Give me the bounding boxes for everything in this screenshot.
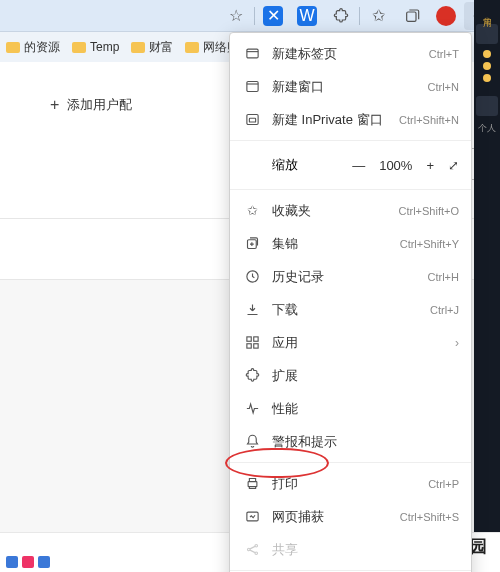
zoom-out-button[interactable]: —	[352, 158, 365, 173]
menu-new-window[interactable]: 新建窗口 Ctrl+N	[230, 70, 471, 103]
menu-print[interactable]: 打印 Ctrl+P	[230, 467, 471, 500]
menu-history[interactable]: 历史记录 Ctrl+H	[230, 260, 471, 293]
menu-apps[interactable]: 应用 ›	[230, 326, 471, 359]
svg-rect-4	[249, 118, 255, 122]
sidebar-dot	[483, 50, 491, 58]
tiny-icon	[22, 556, 34, 568]
menu-favorites[interactable]: ✩ 收藏夹 Ctrl+Shift+O	[230, 194, 471, 227]
bookmark-folder[interactable]: 的资源	[6, 39, 60, 56]
sidebar-dot	[483, 62, 491, 70]
menu-separator	[230, 189, 471, 190]
folder-icon	[185, 42, 199, 53]
right-sidebar-strip: 常用 个人	[474, 0, 500, 532]
history-icon	[242, 269, 262, 284]
folder-icon	[72, 42, 86, 53]
capture-icon	[242, 509, 262, 524]
zoom-label: 缩放	[242, 156, 352, 174]
sidebar-label: 常用	[481, 10, 494, 14]
tiny-icon	[38, 556, 50, 568]
sidebar-thumb[interactable]	[476, 24, 498, 44]
sidebar-personal-label: 个人	[474, 122, 500, 135]
sidebar-dot	[483, 74, 491, 82]
download-icon	[242, 302, 262, 317]
plus-icon: +	[50, 96, 59, 114]
bell-icon	[242, 434, 262, 449]
print-icon	[242, 476, 262, 491]
menu-alerts[interactable]: 警报和提示	[230, 425, 471, 458]
extensions-puzzle-icon[interactable]	[325, 2, 357, 30]
collections-icon[interactable]	[396, 2, 428, 30]
menu-extensions[interactable]: 扩展	[230, 359, 471, 392]
menu-separator	[230, 140, 471, 141]
zoom-in-button[interactable]: +	[426, 158, 434, 173]
menu-separator	[230, 570, 471, 571]
taskbar-icons	[6, 556, 50, 568]
svg-point-14	[255, 545, 258, 548]
svg-rect-9	[246, 344, 250, 348]
chevron-right-icon: ›	[455, 336, 459, 350]
svg-point-13	[247, 548, 250, 551]
sidebar-thumb[interactable]	[476, 96, 498, 116]
bookmark-folder[interactable]: Temp	[72, 40, 119, 54]
extension-button-1[interactable]: ✕	[257, 2, 289, 30]
new-tab-icon	[242, 46, 262, 61]
toolbar-divider	[254, 7, 255, 25]
inprivate-icon	[242, 112, 262, 127]
menu-downloads[interactable]: 下载 Ctrl+J	[230, 293, 471, 326]
svg-rect-2	[246, 82, 257, 92]
menu-zoom-row: 缩放 — 100% + ⤢	[230, 145, 471, 185]
menu-new-tab[interactable]: 新建标签页 Ctrl+T	[230, 37, 471, 70]
favorites-icon[interactable]: ✩	[362, 2, 394, 30]
menu-separator	[230, 462, 471, 463]
svg-point-15	[255, 552, 258, 555]
browser-toolbar: ☆ ✕ W ✩ ⋯	[0, 0, 500, 32]
extension-button-2[interactable]: W	[291, 2, 323, 30]
favorite-star-icon[interactable]: ☆	[220, 2, 252, 30]
share-icon	[242, 542, 262, 557]
toolbar-divider	[359, 7, 360, 25]
fullscreen-icon[interactable]: ⤢	[448, 158, 459, 173]
svg-rect-1	[246, 49, 257, 58]
menu-new-inprivate[interactable]: 新建 InPrivate 窗口 Ctrl+Shift+N	[230, 103, 471, 136]
add-user-label: 添加用户配	[67, 96, 132, 114]
menu-collections[interactable]: 集锦 Ctrl+Shift+Y	[230, 227, 471, 260]
bookmark-folder[interactable]: 财富	[131, 39, 173, 56]
svg-rect-11	[248, 482, 257, 487]
pulse-icon	[242, 401, 262, 416]
new-window-icon	[242, 79, 262, 94]
folder-icon	[6, 42, 20, 53]
settings-menu: 新建标签页 Ctrl+T 新建窗口 Ctrl+N 新建 InPrivate 窗口…	[229, 32, 472, 572]
collections-icon	[242, 236, 262, 251]
svg-rect-0	[407, 12, 416, 21]
tiny-icon	[6, 556, 18, 568]
svg-rect-7	[246, 337, 250, 341]
svg-rect-8	[253, 337, 257, 341]
apps-icon	[242, 335, 262, 350]
svg-rect-3	[246, 115, 257, 125]
menu-capture[interactable]: 网页捕获 Ctrl+Shift+S	[230, 500, 471, 533]
menu-performance[interactable]: 性能	[230, 392, 471, 425]
menu-share: 共享	[230, 533, 471, 566]
puzzle-icon	[242, 368, 262, 383]
star-icon: ✩	[242, 203, 262, 218]
zoom-value: 100%	[379, 158, 412, 173]
svg-rect-10	[253, 344, 257, 348]
folder-icon	[131, 42, 145, 53]
profile-avatar[interactable]	[430, 2, 462, 30]
